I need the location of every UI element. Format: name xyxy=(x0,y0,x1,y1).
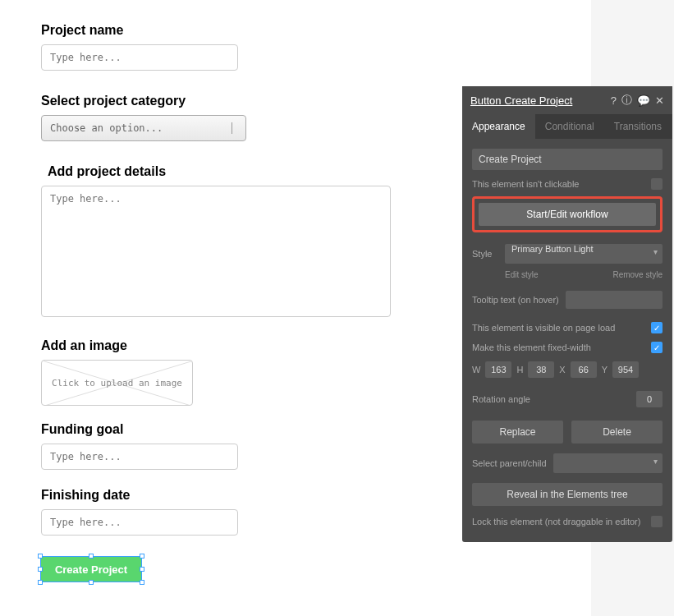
edit-style-link[interactable]: Edit style xyxy=(505,270,539,279)
lock-label: Lock this element (not draggable in edit… xyxy=(472,517,640,526)
comment-icon[interactable]: 💬 xyxy=(637,94,650,107)
dim-y-label: Y xyxy=(602,365,608,375)
dimensions-row: W H X Y xyxy=(472,361,663,378)
image-upload-text: Click to upload an image xyxy=(52,378,182,388)
fixed-width-label: Make this element fixed-width xyxy=(472,342,591,352)
create-project-button[interactable]: Create Project xyxy=(41,557,141,582)
style-select[interactable]: Primary Button Light xyxy=(505,244,663,264)
selection-handle[interactable] xyxy=(140,580,144,585)
tab-appearance[interactable]: Appearance xyxy=(462,114,535,139)
rotation-input[interactable] xyxy=(636,391,663,407)
details-textarea[interactable] xyxy=(41,186,391,317)
project-name-input[interactable] xyxy=(41,44,238,71)
visible-row: This element is visible on page load ✓ xyxy=(472,322,663,333)
category-select[interactable]: Choose an option... xyxy=(41,115,246,141)
lock-row: Lock this element (not draggable in edit… xyxy=(472,516,663,532)
fixed-width-row: Make this element fixed-width ✓ xyxy=(472,342,663,353)
dim-x-input[interactable] xyxy=(571,361,597,378)
rotation-row: Rotation angle xyxy=(472,391,663,407)
selection-handle[interactable] xyxy=(38,554,43,559)
not-clickable-row: This element isn't clickable xyxy=(472,178,663,190)
tooltip-row: Tooltip text (on hover) xyxy=(472,291,663,309)
dim-y-input[interactable] xyxy=(612,361,639,378)
delete-button[interactable]: Delete xyxy=(571,421,663,444)
replace-delete-row: Replace Delete xyxy=(472,421,663,444)
finish-date-input[interactable] xyxy=(41,509,238,536)
selection-handle[interactable] xyxy=(38,580,43,585)
fixed-width-checkbox[interactable]: ✓ xyxy=(651,342,663,353)
parent-label: Select parent/child xyxy=(472,458,547,468)
visible-checkbox[interactable]: ✓ xyxy=(651,322,663,333)
dim-x-label: X xyxy=(559,365,565,375)
style-row: Style Primary Button Light xyxy=(472,244,663,264)
inspector-header[interactable]: Button Create Project ? ⓘ 💬 ✕ xyxy=(462,86,672,114)
style-value: Primary Button Light xyxy=(511,244,594,254)
style-label: Style xyxy=(472,249,498,259)
parent-select[interactable] xyxy=(553,453,663,473)
tab-transitions[interactable]: Transitions xyxy=(604,114,672,139)
lock-checkbox[interactable] xyxy=(651,516,663,527)
inspector-tabs: Appearance Conditional Transitions xyxy=(462,114,672,139)
tab-conditional[interactable]: Conditional xyxy=(535,114,604,139)
start-edit-workflow-button[interactable]: Start/Edit workflow xyxy=(479,203,656,226)
inspector-panel: Button Create Project ? ⓘ 💬 ✕ Appearance… xyxy=(462,86,672,542)
rotation-label: Rotation angle xyxy=(472,394,530,404)
not-clickable-text: This element isn't clickable xyxy=(472,179,580,189)
inspector-body: This element isn't clickable Start/Edit … xyxy=(462,139,672,542)
close-icon[interactable]: ✕ xyxy=(655,94,664,107)
inspector-title[interactable]: Button Create Project xyxy=(470,94,572,107)
dim-w-label: W xyxy=(472,365,480,375)
visible-label: This element is visible on page load xyxy=(472,323,615,333)
dim-h-label: H xyxy=(516,365,523,375)
dim-h-input[interactable] xyxy=(528,361,554,378)
category-placeholder: Choose an option... xyxy=(50,122,163,134)
tooltip-input[interactable] xyxy=(566,291,663,309)
workflow-highlight: Start/Edit workflow xyxy=(472,196,663,232)
selection-handle[interactable] xyxy=(38,567,43,572)
info-icon[interactable]: ⓘ xyxy=(621,93,632,108)
funding-input[interactable] xyxy=(41,444,238,470)
project-name-label: Project name xyxy=(41,23,550,38)
not-clickable-box[interactable] xyxy=(651,178,663,190)
help-icon[interactable]: ? xyxy=(611,94,617,107)
replace-button[interactable]: Replace xyxy=(472,421,563,444)
selection-handle[interactable] xyxy=(89,580,94,585)
tooltip-label: Tooltip text (on hover) xyxy=(472,295,559,305)
selection-handle[interactable] xyxy=(140,567,144,572)
dim-w-input[interactable] xyxy=(485,361,511,378)
element-label-input[interactable] xyxy=(472,149,663,170)
selection-handle[interactable] xyxy=(140,554,144,559)
parent-row: Select parent/child xyxy=(472,453,663,473)
image-upload[interactable]: Click to upload an image xyxy=(41,360,193,406)
selection-handle[interactable] xyxy=(89,554,94,559)
reveal-button[interactable]: Reveal in the Elements tree xyxy=(472,483,663,506)
remove-style-link[interactable]: Remove style xyxy=(612,270,663,279)
create-button-selection[interactable]: Create Project xyxy=(41,557,141,582)
